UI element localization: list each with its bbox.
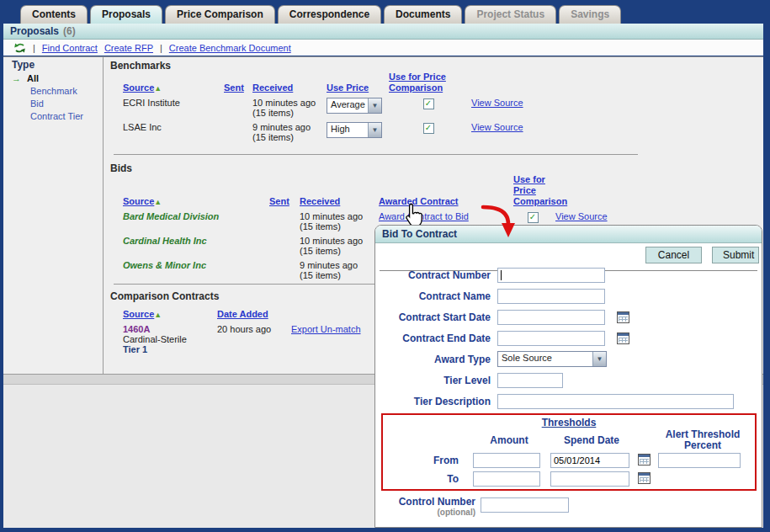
thresholds-annotation-box: Thresholds Amount Spend Date Alert Thres… — [381, 413, 757, 491]
bid-source: Owens & Minor Inc — [123, 258, 269, 282]
page-count: (6) — [63, 25, 76, 37]
dialog-title-bar[interactable]: Bid To Contract — [375, 226, 762, 243]
contract-end-date-input[interactable] — [497, 331, 605, 346]
use-price-value: Average — [327, 98, 368, 113]
sidebar-item-contract-tier[interactable]: Contract Tier — [12, 111, 100, 121]
combo-arrow-icon: ▼ — [368, 123, 381, 137]
tier-level-input[interactable] — [497, 373, 563, 388]
table-row: ECRI Institute 10 minutes ago (15 items)… — [123, 95, 555, 120]
contract-tier: Tier 1 — [123, 344, 214, 354]
contract-name-label: Contract Name — [375, 290, 497, 302]
tab-correspondence[interactable]: Correspondence — [278, 5, 381, 24]
find-contract-link[interactable]: Find Contract — [42, 43, 98, 53]
create-benchmark-document-link[interactable]: Create Benchmark Document — [169, 43, 291, 53]
tier-level-label: Tier Level — [375, 375, 497, 386]
calendar-icon[interactable] — [638, 472, 651, 484]
thresholds-heading: Thresholds — [383, 417, 755, 428]
sidebar-item-all[interactable]: →All — [12, 73, 100, 83]
calendar-icon[interactable] — [638, 454, 651, 466]
award-type-select[interactable]: Sole Source ▼ — [497, 351, 607, 367]
sort-asc-icon: ▲ — [154, 84, 162, 93]
toolbar-separator: | — [33, 43, 35, 53]
tier-description-input[interactable] — [497, 394, 734, 409]
received-items: (15 items) — [252, 132, 294, 142]
tab-contents[interactable]: Contents — [20, 5, 88, 24]
bid-source: Bard Medical Division — [123, 209, 269, 233]
view-source-link[interactable]: View Source — [471, 122, 523, 132]
col-awarded-contract[interactable]: Awarded Contract — [379, 196, 459, 206]
col-use-for-price-comparison[interactable]: Use for Price Comparison — [389, 72, 446, 93]
award-contract-to-bid-link[interactable]: Award Contract to Bid — [379, 211, 469, 221]
sidebar-item-label: Benchmark — [30, 86, 77, 96]
col-date-added[interactable]: Date Added — [217, 309, 268, 319]
export-unmatched-link[interactable]: Export Un-match — [291, 324, 361, 334]
award-type-label: Award Type — [375, 354, 497, 365]
use-for-comparison-checkbox[interactable]: ✓ — [423, 123, 434, 134]
tier-description-label: Tier Description — [375, 396, 497, 407]
view-source-link[interactable]: View Source — [471, 98, 523, 108]
dialog-title: Bid To Contract — [382, 228, 457, 240]
sidebar-item-bid[interactable]: Bid — [12, 98, 100, 109]
amount-from-input[interactable] — [473, 453, 540, 468]
submit-button[interactable]: Submit — [712, 247, 759, 263]
tab-documents[interactable]: Documents — [384, 5, 462, 24]
to-label: To — [383, 470, 470, 488]
benchmarks-heading: Benchmarks — [110, 60, 171, 72]
sidebar-item-benchmark[interactable]: Benchmark — [12, 86, 100, 96]
use-price-select[interactable]: Average ▼ — [327, 98, 382, 114]
app-window: Contents Proposals Price Comparison Corr… — [0, 0, 770, 532]
create-rfp-link[interactable]: Create RFP — [104, 43, 153, 53]
page-title: Proposals — [10, 25, 59, 37]
sidebar: Type →All Benchmark Bid Contract Tier — [12, 59, 100, 124]
sort-asc-icon: ▲ — [154, 198, 162, 206]
col-spend-date: Spend Date — [548, 429, 635, 451]
received-time: 10 minutes ago — [300, 236, 363, 246]
thresholds-table: Amount Spend Date Alert Threshold Percen… — [383, 429, 750, 488]
comparison-contracts-table: Source▲ Date Added 1460A Cardinal-Steril… — [123, 308, 374, 356]
contract-end-date-label: Contract End Date — [375, 332, 497, 344]
contract-code[interactable]: 1460A — [123, 324, 214, 334]
refresh-icon[interactable] — [13, 42, 26, 54]
use-price-select[interactable]: High ▼ — [327, 122, 382, 138]
received-time: 10 minutes ago — [300, 211, 363, 221]
tab-price-comparison[interactable]: Price Comparison — [165, 5, 275, 24]
received-items: (15 items) — [252, 108, 294, 118]
calendar-icon[interactable] — [617, 332, 629, 344]
toolbar-separator-2: | — [160, 43, 162, 53]
control-number-hint: (optional) — [375, 508, 475, 517]
use-for-comparison-checkbox[interactable]: ✓ — [528, 212, 539, 223]
tab-proposals[interactable]: Proposals — [90, 5, 162, 24]
contract-name-input[interactable] — [497, 289, 605, 304]
contract-start-date-label: Contract Start Date — [375, 311, 497, 323]
alert-threshold-percent-input[interactable] — [658, 453, 741, 468]
cancel-button[interactable]: Cancel — [645, 247, 702, 263]
sidebar-heading: Type — [12, 59, 100, 71]
view-source-link[interactable]: View Source — [555, 211, 608, 221]
combo-arrow-icon: ▼ — [592, 352, 606, 366]
contract-number-input[interactable] — [497, 268, 605, 283]
control-number-input[interactable] — [481, 497, 569, 513]
calendar-icon[interactable] — [617, 311, 629, 323]
tab-savings: Savings — [559, 5, 621, 24]
col-received[interactable]: Received — [300, 196, 340, 206]
tab-project-status: Project Status — [465, 5, 556, 24]
col-source[interactable]: Source — [123, 309, 154, 319]
use-for-comparison-checkbox[interactable]: ✓ — [423, 98, 434, 109]
col-use-price[interactable]: Use Price — [327, 82, 369, 93]
spend-date-to-input[interactable] — [550, 471, 629, 487]
col-sent[interactable]: Sent — [224, 82, 244, 93]
section-divider — [114, 154, 638, 155]
contract-start-date-input[interactable] — [497, 310, 605, 325]
amount-to-input[interactable] — [473, 471, 540, 487]
contract-number-label: Contract Number — [375, 269, 497, 281]
col-amount: Amount — [470, 429, 548, 451]
control-number-row: Control Number (optional) — [375, 496, 569, 517]
col-sent[interactable]: Sent — [269, 196, 289, 206]
bids-heading: Bids — [110, 162, 132, 174]
use-price-value: High — [327, 123, 368, 137]
col-source[interactable]: Source — [123, 82, 154, 93]
col-source[interactable]: Source — [123, 196, 154, 206]
dialog-form: Contract Number Contract Name Contract S… — [375, 264, 762, 412]
spend-date-from-input[interactable] — [550, 453, 629, 468]
col-received[interactable]: Received — [252, 82, 293, 93]
